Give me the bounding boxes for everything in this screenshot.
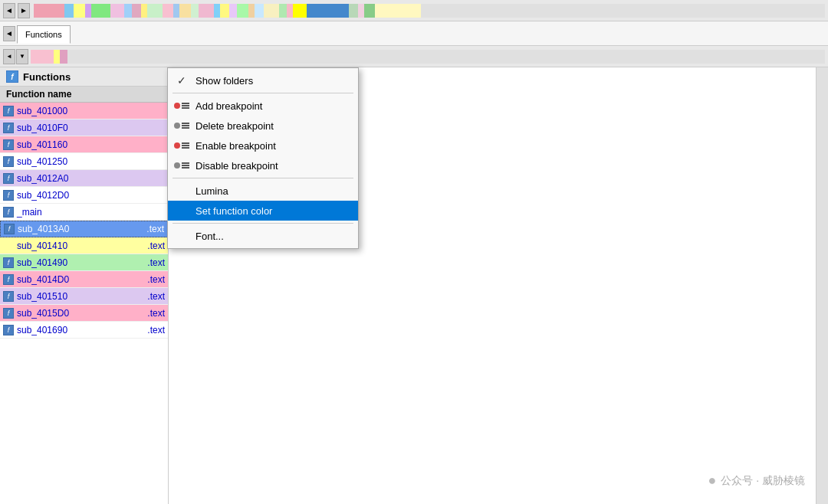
color-seg-29 [364,4,375,18]
func-seg-12: .text [147,308,165,319]
set-function-color-label: Set function color [196,205,272,217]
functions-panel: f Functions Function name f sub_401000 f… [0,67,169,504]
f-icon-5: f [3,190,14,201]
disable-breakpoint-label: Disable breakpoint [196,160,278,172]
show-folders-label: Show folders [196,75,253,87]
func-row-4[interactable]: f sub_4012A0 [0,170,168,187]
scroll-right-btn2[interactable]: ▼ [16,49,28,64]
color-seg-8 [132,4,141,18]
func-row-11[interactable]: f sub_401510 .text [0,288,168,305]
f-icon-2: f [3,139,14,150]
color-seg-1 [34,4,64,18]
panel-header: f Functions [0,67,168,87]
menu-item-font[interactable]: Font... [168,226,358,246]
lumina-icon [174,185,189,197]
func-name-13: sub_401690 [17,325,140,335]
tab-functions[interactable]: Functions [17,25,71,44]
disable-bp-icon [174,159,189,172]
checkmark-icon: ✓ [174,74,189,87]
menu-item-disable-breakpoint[interactable]: Disable breakpoint [168,155,358,175]
func-row-2[interactable]: f sub_401160 [0,136,168,153]
color-seg-9 [141,4,147,18]
func-row-7[interactable]: f sub_4013A0 .text [0,221,168,237]
color-seg-5 [91,4,110,18]
f-icon-10: f [3,274,14,285]
func-seg-8: .text [147,241,165,251]
color-seg-22 [264,4,279,18]
color-seg-3 [74,4,85,18]
func-seg-7: .text [146,224,164,234]
color-seg-12 [173,4,179,18]
func-name-6: _main [17,207,165,218]
font-icon [174,230,189,242]
collapse-btn[interactable]: ◄ [3,26,15,41]
color-seg-7 [124,4,132,18]
color-seg-20 [248,4,255,18]
func-row-5[interactable]: f sub_4012D0 [0,187,168,204]
color-seg-2 [64,4,74,18]
separator-2 [172,178,353,178]
func-seg-13: .text [147,325,165,335]
color-seg-25 [293,4,307,18]
menu-item-show-folders[interactable]: ✓ Show folders [168,70,358,90]
func-name-1: sub_4010F0 [17,123,165,133]
scroll-right-btn[interactable]: ► [18,3,30,18]
color-seg-21 [255,4,264,18]
s2-seg-3 [60,50,67,64]
functions-icon: f [6,70,18,83]
nav-bar: ◄ Functions [0,21,828,46]
color-seg-27 [349,4,358,18]
func-row-6[interactable]: f _main [0,204,168,221]
set-color-icon [174,205,189,217]
func-name-12: sub_4015D0 [17,308,140,319]
func-name-10: sub_4014D0 [17,274,140,285]
separator-1 [172,93,353,93]
func-row-3[interactable]: f sub_401250 [0,153,168,170]
color-seg-30 [375,4,421,18]
color-seg-11 [163,4,173,18]
menu-item-set-function-color[interactable]: Set function color [168,201,358,221]
enable-bp-icon [174,139,189,152]
func-row-10[interactable]: f sub_4014D0 .text [0,271,168,288]
color-seg-6 [110,4,124,18]
menu-item-delete-breakpoint[interactable]: Delete breakpoint [168,116,358,136]
font-label: Font... [196,231,224,242]
s2-seg-rest [67,50,825,64]
f-icon-1: f [3,123,14,133]
add-bp-icon [174,100,189,112]
menu-item-enable-breakpoint[interactable]: Enable breakpoint [168,136,358,155]
f-icon-0: f [3,106,14,116]
scroll-left-btn2[interactable]: ◄ [3,49,15,64]
f-icon-9: f [3,257,14,268]
separator-3 [172,223,353,224]
color-seg-19 [237,4,248,18]
second-color-bar: ◄ ▼ [0,46,828,67]
delete-breakpoint-label: Delete breakpoint [196,120,274,132]
func-row-0[interactable]: f sub_401000 [0,103,168,119]
vertical-scrollbar[interactable] [816,67,828,504]
s2-seg-1 [31,50,54,64]
func-row-8[interactable]: sub_401410 .text [0,237,168,254]
menu-item-add-breakpoint[interactable]: Add breakpoint [168,96,358,116]
watermark: ● 公众号 · 威胁棱镜 [708,473,805,489]
add-breakpoint-label: Add breakpoint [196,100,262,112]
menu-item-lumina[interactable]: Lumina [168,181,358,201]
color-seg-15 [199,4,214,18]
func-row-12[interactable]: f sub_4015D0 .text [0,305,168,322]
func-name-7: sub_4013A0 [18,224,139,234]
func-name-5: sub_4012D0 [17,190,165,201]
func-row-9[interactable]: f sub_401490 .text [0,254,168,271]
func-row-1[interactable]: f sub_4010F0 [0,119,168,136]
func-row-13[interactable]: f sub_401690 .text [0,322,168,339]
color-seg-18 [229,4,237,18]
context-menu: ✓ Show folders Add breakpoint [167,67,359,249]
func-name-4: sub_4012A0 [17,173,165,184]
function-list[interactable]: f sub_401000 f sub_4010F0 f sub_401160 f… [0,103,168,339]
scroll-left-btn[interactable]: ◄ [3,3,15,18]
watermark-text: 公众号 · 威胁棱镜 [721,474,805,488]
color-seg-16 [214,4,220,18]
color-seg-23 [279,4,287,18]
f-icon-3: f [3,156,14,167]
func-name-8: sub_401410 [17,241,140,251]
color-seg-empty [421,4,825,18]
